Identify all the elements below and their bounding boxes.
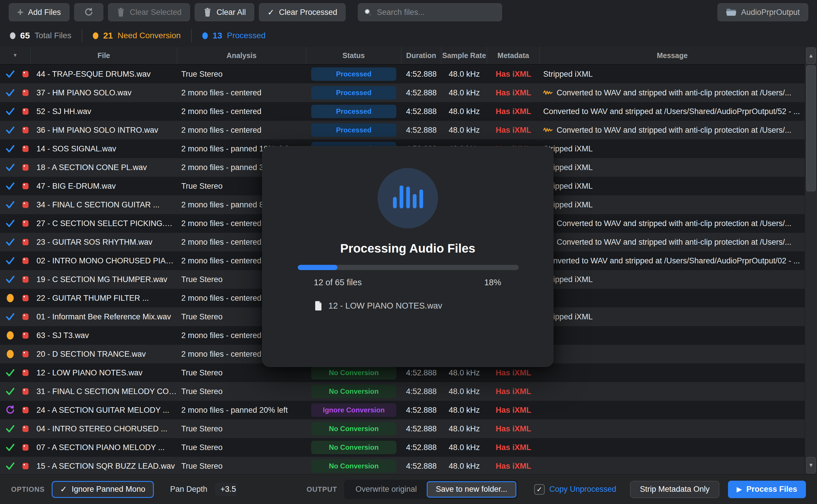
table-row[interactable]: 31 - FINAL C SECTION MELODY COM... True … (0, 382, 805, 401)
process-files-button[interactable]: ▶ Process Files (728, 481, 806, 498)
table-row[interactable]: 36 - HM PIANO SOLO INTRO.wav 2 mono file… (0, 121, 805, 139)
tag-icon (21, 461, 30, 471)
row-state-icons (0, 442, 31, 452)
duration: 4:52.888 (401, 424, 441, 433)
table-row[interactable]: 44 - TRAP-ESQUE DRUMS.wav True Stereo Pr… (0, 65, 805, 83)
row-state-icons (0, 88, 31, 98)
message-cell: Stripped iXML (540, 275, 805, 284)
status-badge: Ignore Conversion (311, 403, 396, 417)
status-badge: Processed (311, 67, 396, 81)
modal-title: Processing Audio Files (263, 241, 553, 255)
column-file[interactable]: File (31, 47, 177, 64)
column-duration[interactable]: Duration (401, 47, 441, 64)
analysis-text: True Stereo (177, 443, 306, 452)
stats-bar: 65 Total Files 21 Need Conversion 13 Pro… (0, 25, 817, 47)
pan-depth-select[interactable]: +3.5 dB ▼ (214, 482, 238, 497)
row-state-icons (0, 386, 31, 396)
message-cell: Converted to WAV and stripped with anti-… (540, 126, 805, 135)
file-name: 63 - SJ T3.wav (31, 331, 177, 340)
tag-icon (21, 275, 30, 284)
check-green-icon (5, 368, 15, 378)
file-name: 07 - A SECTION PIANO MELODY ... (31, 443, 177, 452)
toolbar: + Add Files Clear Selected Clear All ✓ C… (0, 0, 817, 25)
overwrite-original-option[interactable]: Overwrite original (346, 481, 427, 498)
message-cell: Stripped iXML (540, 163, 805, 172)
tag-icon (21, 368, 30, 377)
strip-metadata-only-button[interactable]: Strip Metadata Only (630, 481, 719, 498)
refresh-button[interactable] (74, 3, 103, 21)
table-row[interactable]: 52 - SJ HH.wav 2 mono files - centered P… (0, 102, 805, 121)
waveform-icon (543, 89, 552, 96)
need-conversion-label: Need Conversion (118, 31, 181, 40)
check-green-icon (5, 442, 15, 452)
row-state-icons (0, 424, 31, 434)
tag-icon (21, 312, 30, 321)
processed-label: Processed (227, 31, 266, 40)
message-cell: Stripped iXML (540, 200, 805, 209)
progress-bar (298, 265, 519, 270)
check-green-icon (5, 424, 15, 434)
clear-selected-button[interactable]: Clear Selected (108, 3, 190, 21)
metadata-flag: Has iXML (487, 424, 540, 433)
column-analysis[interactable]: Analysis (177, 47, 306, 64)
search-input[interactable] (376, 8, 496, 17)
table-header: ▼ File Analysis Status Duration Sample R… (0, 47, 805, 65)
metadata-flag: Has iXML (487, 70, 540, 79)
column-metadata[interactable]: Metadata (487, 47, 540, 64)
message-text: Converted to WAV and stripped at /Users/… (543, 107, 800, 116)
scroll-down-button[interactable]: ▼ (806, 457, 816, 473)
column-sample-rate[interactable]: Sample Rate (441, 47, 487, 64)
check-blue-icon (5, 88, 15, 98)
add-files-button[interactable]: + Add Files (9, 3, 69, 21)
sample-rate: 48.0 kHz (441, 462, 487, 471)
check-blue-icon (5, 274, 15, 284)
status-cell: No Conversion (306, 385, 401, 398)
analysis-text: True Stereo (177, 424, 306, 433)
table-row[interactable]: 37 - HM PIANO SOLO.wav 2 mono files - ce… (0, 83, 805, 102)
tag-icon (21, 405, 30, 415)
column-status[interactable]: Status (306, 47, 401, 64)
check-blue-icon (5, 218, 15, 228)
status-badge: Processed (311, 105, 396, 118)
copy-unprocessed-group[interactable]: ✓ Copy Unprocessed (534, 484, 617, 495)
clear-all-button[interactable]: Clear All (195, 3, 255, 21)
analysis-text: 2 mono files - centered (177, 88, 306, 97)
row-state-icons (0, 368, 31, 378)
files-progress-label: 12 of 65 files (314, 278, 362, 287)
save-to-new-folder-option[interactable]: Save to new folder... (427, 481, 516, 498)
check-blue-icon (5, 181, 15, 191)
clear-processed-button[interactable]: ✓ Clear Processed (259, 3, 346, 21)
sort-caret-icon: ▼ (13, 53, 18, 58)
pan-depth-value: +3.5 dB (215, 482, 238, 496)
table-row[interactable]: 15 - A SECTION SQR BUZZ LEAD.wav True St… (0, 457, 805, 474)
tag-icon (21, 125, 30, 135)
status-badge: Processed (311, 123, 396, 137)
table-row[interactable]: 07 - A SECTION PIANO MELODY ... True Ste… (0, 438, 805, 457)
message-text: Converted to WAV and stripped with anti-… (557, 219, 791, 228)
checkbox-checked-icon[interactable]: ✓ (534, 484, 545, 495)
scroll-up-button[interactable]: ▲ (806, 48, 816, 64)
clear-selected-label: Clear Selected (130, 8, 181, 17)
pending-icon (5, 293, 15, 303)
check-blue-icon (5, 162, 15, 172)
message-cell: Converted to WAV and stripped with anti-… (540, 219, 805, 228)
output-folder-button[interactable]: AudioPrprOutput (718, 3, 808, 21)
check-blue-icon (5, 256, 15, 266)
table-row[interactable]: 04 - INTRO STEREO CHORUSED ... True Ster… (0, 419, 805, 438)
tag-icon (21, 200, 30, 209)
sort-indicator-column[interactable]: ▼ (0, 47, 31, 64)
tag-icon (21, 256, 30, 265)
ignore-panned-mono-toggle[interactable]: ✓ Ignore Panned Mono (52, 481, 154, 498)
metadata-flag: Has iXML (487, 107, 540, 116)
check-green-icon (5, 461, 15, 471)
status-cell: Processed (306, 105, 401, 118)
analysis-text: 2 mono files - centered (177, 107, 306, 116)
file-name: 27 - C SECTION SELECT PICKING.wav (31, 219, 177, 228)
sample-rate: 48.0 kHz (441, 126, 487, 135)
check-icon: ✓ (60, 484, 67, 494)
table-row[interactable]: 24 - A SECTION GUITAR MELODY ... 2 mono … (0, 401, 805, 419)
column-message[interactable]: Message (540, 47, 805, 64)
vertical-scrollbar[interactable]: ▲ ▼ (805, 47, 817, 474)
scrollbar-thumb[interactable] (806, 65, 816, 191)
stat-total-files: 65 Total Files (10, 31, 71, 41)
